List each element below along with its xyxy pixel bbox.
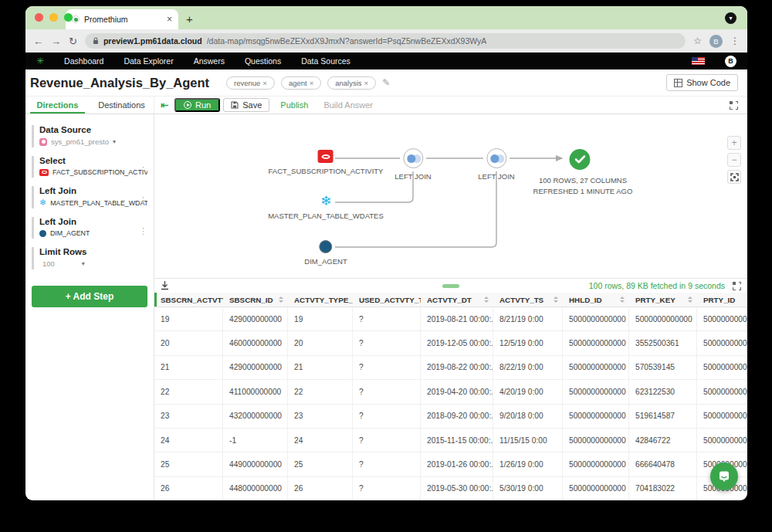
zoom-in-button[interactable]: + xyxy=(727,136,741,150)
step-limit-rows[interactable]: Limit Rows 100▾ xyxy=(30,244,149,275)
maximize-window-button[interactable] xyxy=(64,13,73,22)
table-row[interactable]: 2544900000000025?2019-01-26 00:00:...1/2… xyxy=(154,452,747,476)
sort-icon[interactable] xyxy=(279,296,283,303)
step-left-join-2[interactable]: Left Join DIM_AGENT ⋮ xyxy=(30,214,149,244)
step-menu-icon[interactable]: ⋮ xyxy=(139,165,147,175)
action-toolbar: Directions Destinations ⇤ Run Save Publi… xyxy=(25,97,747,114)
tag-agent[interactable]: agent× xyxy=(281,76,321,90)
fit-view-button[interactable] xyxy=(727,170,741,184)
table-cell: 26 xyxy=(288,477,353,500)
url-bar[interactable]: preview1.pm61data.cloud/data-map/msqg5nw… xyxy=(85,33,686,49)
window-controls[interactable] xyxy=(35,13,73,22)
column-header[interactable]: SBSCRN_ID xyxy=(223,293,288,307)
save-button[interactable]: Save xyxy=(223,98,269,112)
node-master-plan-table-wdates[interactable]: ❄ MASTER_PLAN_TABLE_WDATES xyxy=(268,195,384,220)
browser-profile-avatar[interactable]: B xyxy=(709,35,723,48)
show-code-button[interactable]: Show Code xyxy=(666,74,738,91)
step-data-source[interactable]: Data Source sys_pm61_presto▾ xyxy=(30,122,149,153)
forward-button[interactable]: → xyxy=(51,36,61,47)
table-cell: 2019-04-20 00:00:... xyxy=(421,380,493,403)
expand-table-icon[interactable] xyxy=(733,282,741,290)
column-header[interactable]: ACTVTY_TS xyxy=(493,293,563,307)
table-row[interactable]: 1942900000000019?2019-08-21 00:00:...8/2… xyxy=(154,307,747,331)
tab-search-chevron-icon[interactable]: ▾ xyxy=(725,12,736,24)
fullscreen-icon[interactable] xyxy=(730,101,738,110)
code-grid-icon xyxy=(674,79,682,87)
table-row[interactable]: 24-124?2015-11-15 00:00:...11/15/15 0:00… xyxy=(154,429,747,452)
column-header[interactable]: SBSCRN_ACTVTY... xyxy=(154,293,223,307)
add-step-button[interactable]: + Add Step xyxy=(32,286,147,307)
table-cell: 9/20/18 0:00 xyxy=(493,405,563,428)
step-select[interactable]: Select FACT_SUBSCRIPTION_ACTIVITY ⋮ xyxy=(30,153,149,183)
column-header[interactable]: HHLD_ID xyxy=(563,293,629,307)
sort-icon[interactable] xyxy=(554,296,558,303)
tag-remove-icon[interactable]: × xyxy=(364,79,369,87)
node-left-join-2[interactable]: LEFT JOIN xyxy=(478,148,514,181)
column-header[interactable]: USED_ACTVTY_T... xyxy=(353,293,421,307)
minimize-window-button[interactable] xyxy=(49,13,58,22)
run-button[interactable]: Run xyxy=(174,98,220,112)
collapse-sidebar-icon[interactable]: ⇤ xyxy=(154,97,174,114)
sort-icon[interactable] xyxy=(620,296,625,303)
node-left-join-1[interactable]: LEFT JOIN xyxy=(394,148,431,181)
nav-item-data-sources[interactable]: Data Sources xyxy=(301,56,350,66)
step-menu-icon[interactable]: ⋮ xyxy=(139,226,147,236)
close-window-button[interactable] xyxy=(35,13,43,22)
browser-menu-icon[interactable]: ⋮ xyxy=(730,36,740,46)
nav-item-data-explorer[interactable]: Data Explorer xyxy=(124,56,173,66)
tab-destinations[interactable]: Destinations xyxy=(90,97,154,114)
zoom-out-button[interactable]: − xyxy=(727,153,741,167)
tag-analysis[interactable]: analysis× xyxy=(327,76,376,90)
node-dim-agent[interactable]: DIM_AGENT xyxy=(304,240,347,266)
column-header[interactable]: ACTVTY_DT xyxy=(421,293,493,307)
tag-remove-icon[interactable]: × xyxy=(262,79,267,87)
column-header[interactable]: PRTY_ID xyxy=(697,293,747,307)
table-cell: 5000000000000 xyxy=(697,405,747,428)
step-menu-icon[interactable]: ⋮ xyxy=(139,195,147,205)
table-cell: 5000000000000 xyxy=(697,307,747,330)
table-row[interactable]: 2343200000000023?2018-09-20 00:00:...9/2… xyxy=(154,405,747,429)
new-tab-button[interactable]: + xyxy=(186,12,193,25)
node-fact-subscription-activity[interactable]: FACT_SUBSCRIPTION_ACTIVITY xyxy=(269,150,384,175)
chevron-down-icon[interactable]: ▾ xyxy=(113,138,116,145)
close-tab-icon[interactable]: × xyxy=(167,14,172,25)
browser-tab[interactable]: Promethium × xyxy=(66,9,178,29)
back-button[interactable]: ← xyxy=(33,36,43,47)
reload-button[interactable]: ↻ xyxy=(69,36,77,47)
promethium-logo-icon[interactable]: ✳ xyxy=(36,56,44,66)
table-row[interactable]: 2046000000000020?2019-12-05 00:00:...12/… xyxy=(154,331,747,355)
tag-remove-icon[interactable]: × xyxy=(310,79,314,87)
edit-tags-icon[interactable]: ✎ xyxy=(382,77,390,88)
panel-resize-handle[interactable] xyxy=(442,284,459,288)
data-flow-canvas[interactable]: FACT_SUBSCRIPTION_ACTIVITY LEFT JOIN LEF… xyxy=(154,114,747,278)
nav-item-answers[interactable]: Answers xyxy=(194,56,225,66)
table-cell: 20 xyxy=(154,331,223,354)
download-icon[interactable] xyxy=(161,281,169,290)
mysql-node-icon xyxy=(320,240,333,253)
table-cell: 704183022 xyxy=(629,477,697,500)
nav-item-dashboard[interactable]: Dashboard xyxy=(64,56,103,66)
language-flag-icon[interactable] xyxy=(692,57,705,65)
build-answer-button[interactable]: Build Answer xyxy=(316,97,381,114)
bookmark-star-icon[interactable]: ☆ xyxy=(693,36,702,46)
table-cell: 21 xyxy=(154,356,223,379)
column-header[interactable]: ACTVTY_TYPE_ID xyxy=(288,293,353,307)
tag-revenue[interactable]: revenue× xyxy=(226,76,275,90)
tab-directions[interactable]: Directions xyxy=(25,97,90,114)
table-row[interactable]: 2241100000000022?2019-04-20 00:00:...4/2… xyxy=(154,380,747,404)
step-left-join-1[interactable]: Left Join ❄MASTER_PLAN_TABLE_WDATES ⋮ xyxy=(30,183,149,214)
node-result-success[interactable] xyxy=(570,149,591,170)
user-avatar[interactable]: B xyxy=(725,56,736,67)
sort-icon[interactable] xyxy=(484,296,489,303)
chat-widget-button[interactable] xyxy=(710,463,738,490)
table-cell: ? xyxy=(353,405,421,428)
column-header[interactable]: PRTY_KEY xyxy=(629,293,697,307)
table-row[interactable]: 2644800000000026?2019-05-30 00:00:...5/3… xyxy=(154,477,747,500)
table-cell: 3552500361 xyxy=(629,331,697,354)
chevron-down-icon[interactable]: ▾ xyxy=(82,260,85,267)
table-row[interactable]: 2142900000000021?2019-08-22 00:00:...8/2… xyxy=(154,356,747,380)
fetch-status: 100 rows, 89 KB fetched in 9 seconds xyxy=(589,281,725,290)
sort-icon[interactable] xyxy=(688,296,692,303)
nav-item-questions[interactable]: Questions xyxy=(245,56,281,66)
publish-button[interactable]: Publish xyxy=(273,97,316,114)
